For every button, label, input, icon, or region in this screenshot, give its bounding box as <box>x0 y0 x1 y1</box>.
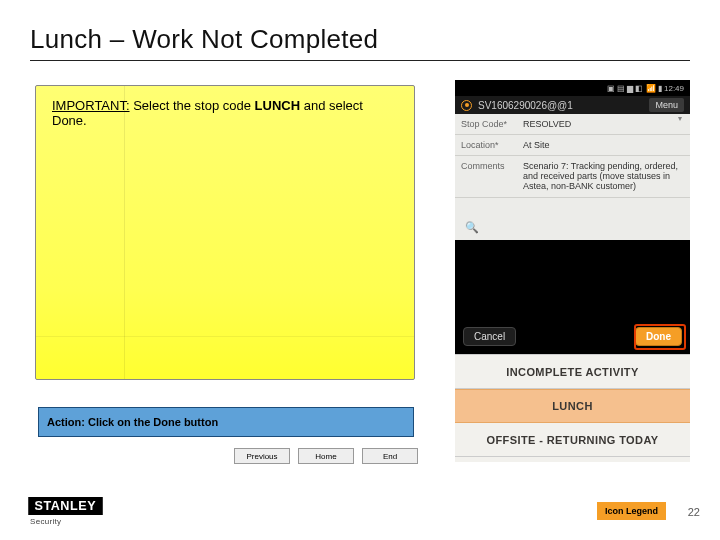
phone-options-sheet: INCOMPLETE ACTIVITY LUNCH OFFSITE - RETU… <box>455 354 690 462</box>
page-number: 22 <box>688 506 700 518</box>
callout-important-label: IMPORTANT: <box>52 98 130 113</box>
callout-bold: LUNCH <box>255 98 301 113</box>
option-lunch[interactable]: LUNCH <box>455 389 690 423</box>
end-button[interactable]: End <box>362 448 418 464</box>
home-button[interactable]: Home <box>298 448 354 464</box>
search-icon[interactable]: 🔍 <box>465 221 479 234</box>
title-divider <box>30 60 690 61</box>
previous-button[interactable]: Previous <box>234 448 290 464</box>
option-incomplete-activity[interactable]: INCOMPLETE ACTIVITY <box>455 355 690 389</box>
brand-logo: STANLEY Security <box>30 496 101 526</box>
slide-nav: Previous Home End <box>234 448 418 464</box>
banner-title: SV1606290026@@1 <box>478 100 573 111</box>
phone-screenshot: ▣ ▤ ▆ ◧ 📶 ▮ 12:49 SV1606290026@@1 Menu S… <box>455 80 690 462</box>
cancel-button[interactable]: Cancel <box>463 327 516 346</box>
option-offsite[interactable]: OFFSITE - RETURNING TODAY <box>455 423 690 457</box>
done-button[interactable]: Done <box>635 327 682 346</box>
statusbar-icons: ▣ ▤ ▆ ◧ 📶 ▮ 12:49 <box>607 84 684 93</box>
comments-value[interactable]: Scenario 7: Tracking pending, ordered, a… <box>523 156 690 197</box>
chevron-down-icon: ▾ <box>678 114 682 123</box>
location-label: Location* <box>455 135 523 155</box>
phone-banner: SV1606290026@@1 Menu <box>455 96 690 114</box>
target-icon <box>461 100 472 111</box>
callout-text-before: Select the stop code <box>130 98 255 113</box>
menu-button[interactable]: Menu <box>649 98 684 112</box>
callout-divider-h <box>36 336 414 337</box>
phone-action-area: Cancel Done <box>455 240 690 354</box>
callout-box: IMPORTANT: Select the stop code LUNCH an… <box>35 85 415 380</box>
page-title: Lunch – Work Not Completed <box>30 24 378 55</box>
comments-label: Comments <box>455 156 523 176</box>
stop-code-value[interactable]: RESOLVED <box>523 114 690 134</box>
stop-code-label: Stop Code* <box>455 114 523 134</box>
action-bar: Action: Click on the Done button <box>38 407 414 437</box>
location-value[interactable]: At Site <box>523 135 690 155</box>
logo-line1: STANLEY <box>28 497 102 515</box>
logo-line2: Security <box>30 517 101 526</box>
icon-legend-button[interactable]: Icon Legend <box>597 502 666 520</box>
phone-form: Stop Code* RESOLVED ▾ Location* At Site … <box>455 114 690 240</box>
phone-statusbar: ▣ ▤ ▆ ◧ 📶 ▮ 12:49 <box>455 80 690 96</box>
